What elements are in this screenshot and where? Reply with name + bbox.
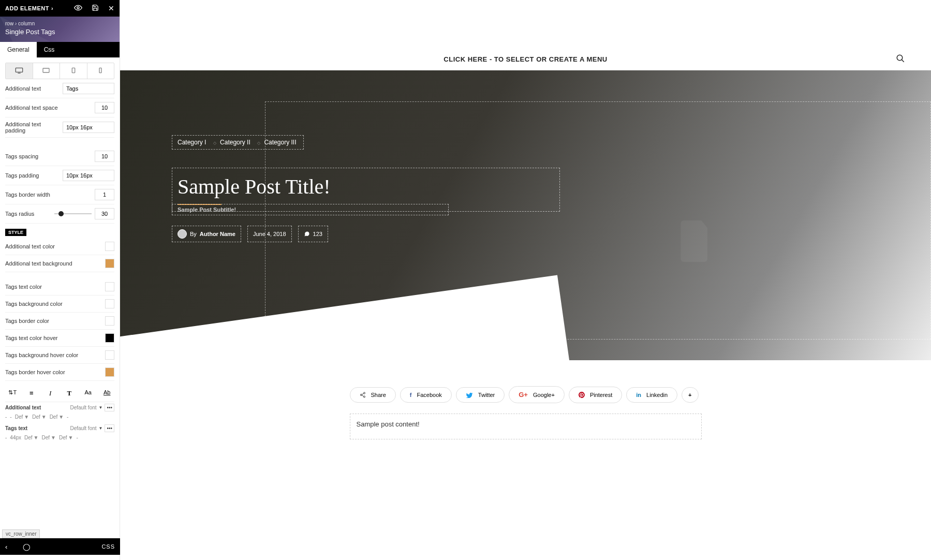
input-additional-text[interactable] [63,83,114,94]
input-additional-text-padding[interactable] [63,122,114,133]
label-tags-spacing: Tags spacing [5,153,38,159]
device-tablet-portrait[interactable] [60,63,87,79]
typo-def-3[interactable]: Def ▼ [50,414,64,420]
google-icon: G+ [519,391,528,399]
swatch-tags-bg-hover[interactable] [105,350,114,360]
sidebar-panel: ADD ELEMENT› ✕ row › column Single Post … [0,0,120,560]
typo-def-5[interactable]: Def ▼ [42,435,56,440]
subtitle-block: Sample Post Subtitle! [172,204,449,215]
facebook-icon: f [410,392,412,398]
author-box: By Author Name [172,226,241,242]
label-tags-border-width: Tags border width [5,191,50,198]
pinterest-button[interactable]: Pinterest [569,387,622,403]
typo-tags-text-label: Tags text [5,425,68,431]
label-tags-text-hover: Tags text color hover [5,335,58,341]
vc-row-inner-tag[interactable]: vc_row_inner [2,529,40,538]
svg-point-6 [897,55,903,61]
save-icon[interactable] [92,4,99,13]
typo-def-2[interactable]: Def ▼ [32,414,46,420]
typo-font-select-2[interactable]: Default font [70,425,96,431]
input-tags-radius[interactable] [95,208,114,219]
css-button[interactable]: CSS [101,543,115,550]
typo-def-6[interactable]: Def ▼ [59,435,73,440]
linkedin-icon: in [636,392,641,398]
typo-italic-icon[interactable]: I [43,388,58,399]
typo-case-icon[interactable]: Aa [81,388,96,399]
swatch-add-text-bg[interactable] [105,259,114,268]
typo-additional-text-label: Additional text [5,405,68,410]
category-row: Category I ◇ Category II ◇ Category III [172,135,304,150]
svg-line-15 [362,395,364,396]
target-icon[interactable]: ◯ [23,543,31,551]
input-tags-spacing[interactable] [95,151,114,162]
swatch-tags-border-hover[interactable] [105,367,114,377]
close-icon[interactable]: ✕ [108,4,114,12]
svg-line-14 [362,393,364,394]
hero-section: Category I ◇ Category II ◇ Category III … [120,70,931,360]
element-title: Single Post Tags [5,28,114,36]
swatch-tags-border-color[interactable] [105,316,114,326]
svg-rect-5 [99,68,101,72]
preview-icon[interactable] [74,4,82,12]
label-tags-text-color: Tags text color [5,284,42,290]
label-additional-text: Additional text [5,85,41,92]
swatch-add-text-color[interactable] [105,242,114,251]
swatch-tags-bg-color[interactable] [105,299,114,308]
typo-more-1[interactable]: ••• [105,404,114,411]
menu-bar: CLICK HERE - TO SELECT OR CREATE A MENU [120,49,931,70]
author-name[interactable]: Author Name [200,231,235,237]
breadcrumb[interactable]: row › column [5,21,114,26]
category-3[interactable]: Category III [264,139,296,146]
label-add-text-color: Additional text color [5,243,55,249]
input-tags-border-width[interactable] [95,189,114,200]
input-tags-padding[interactable] [63,170,114,181]
typo-44px[interactable]: 44px [10,435,21,440]
svg-point-0 [77,7,79,9]
label-tags-bg-hover: Tags background hover color [5,352,78,358]
typo-underline-icon[interactable]: Ab [100,388,115,399]
back-icon[interactable]: ‹ [5,543,7,551]
svg-point-11 [363,392,365,394]
typo-font-select-1[interactable]: Default font [70,405,96,410]
more-share-button[interactable]: + [682,387,698,403]
category-2[interactable]: Category II [220,139,250,146]
device-desktop[interactable] [6,63,33,79]
tab-css[interactable]: Css [37,42,62,57]
comments-box[interactable]: 123 [298,226,328,242]
menu-placeholder-text[interactable]: CLICK HERE - TO SELECT OR CREATE A MENU [444,55,607,63]
typo-bold-icon[interactable]: T [62,388,77,399]
svg-rect-4 [72,68,75,72]
share-icon [360,392,366,398]
category-1[interactable]: Category I [178,139,206,146]
share-button[interactable]: Share [350,387,396,403]
device-mobile[interactable] [87,63,114,79]
typo-size-icon[interactable]: ⇅T [5,388,20,399]
add-element-button[interactable]: ADD ELEMENT› [5,5,53,11]
slider-tags-radius[interactable] [54,213,92,214]
swatch-tags-text-color[interactable] [105,282,114,291]
twitter-icon [466,392,473,398]
linkedin-button[interactable]: inLinkedin [626,387,677,403]
input-additional-text-space[interactable] [95,102,114,113]
share-row: Share fFacebook Twitter G+Google+ Pinter… [350,386,702,403]
twitter-button[interactable]: Twitter [456,387,505,403]
tab-general[interactable]: General [0,42,37,57]
swatch-tags-text-hover[interactable] [105,333,114,343]
typo-def-1[interactable]: Def ▼ [15,414,29,420]
search-icon[interactable] [896,54,905,65]
facebook-button[interactable]: fFacebook [400,387,452,403]
google-button[interactable]: G+Google+ [509,386,565,403]
section-style-label: STYLE [5,229,26,236]
svg-point-12 [360,394,362,395]
device-tablet-landscape[interactable] [33,63,61,79]
svg-rect-1 [16,68,22,72]
svg-point-13 [363,396,365,397]
svg-line-7 [902,60,904,62]
typo-def-4[interactable]: Def ▼ [24,435,38,440]
typo-lineheight-icon[interactable]: ≡ [24,388,39,399]
comment-icon [304,231,310,237]
pinterest-icon [579,391,585,399]
typo-more-2[interactable]: ••• [105,424,114,432]
post-title: Sample Post Title! [178,174,549,199]
label-tags-padding: Tags padding [5,172,39,179]
